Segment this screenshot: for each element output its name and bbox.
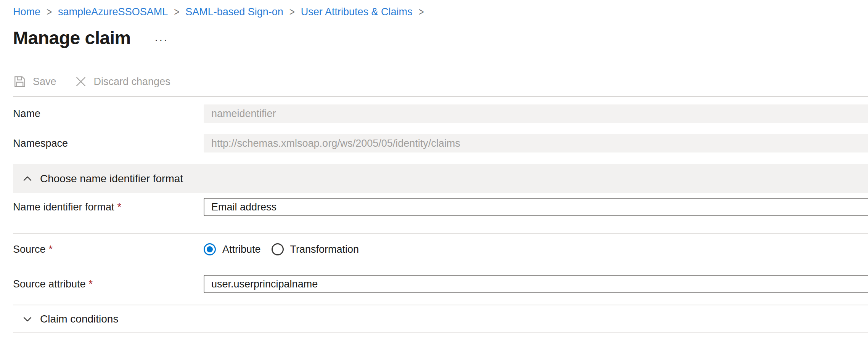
command-bar: Save Discard changes [13, 73, 868, 90]
radio-circle-icon [272, 243, 284, 255]
source-attribute-combobox[interactable]: user.userprincipalname [204, 275, 868, 293]
namespace-row: Namespace http://schemas.xmlsoap.org/ws/… [13, 134, 868, 152]
section-title: Claim conditions [40, 313, 118, 325]
required-asterisk: * [49, 244, 53, 255]
name-identifier-format-label: Name identifier format* [13, 201, 204, 213]
label-text: Source attribute [13, 278, 86, 290]
breadcrumb-separator-icon: > [47, 4, 52, 20]
required-asterisk: * [117, 201, 122, 213]
radio-attribute[interactable]: Attribute [204, 243, 261, 255]
chevron-up-icon [21, 173, 34, 185]
name-input: nameidentifier [204, 104, 868, 123]
source-radio-group: Attribute Transformation [204, 243, 359, 255]
more-options-button[interactable]: ··· [154, 32, 168, 43]
discard-changes-label: Discard changes [94, 76, 170, 88]
breadcrumb-user-attributes-claims[interactable]: User Attributes & Claims [301, 5, 413, 18]
breadcrumb-separator-icon: > [289, 4, 295, 20]
namespace-label: Namespace [13, 138, 204, 149]
section-claim-conditions[interactable]: Claim conditions [13, 305, 868, 332]
radio-attribute-label: Attribute [222, 244, 261, 255]
radio-transformation[interactable]: Transformation [272, 243, 359, 255]
radio-circle-icon [204, 243, 216, 255]
toolbar-divider [13, 96, 868, 97]
breadcrumb-home[interactable]: Home [13, 5, 40, 18]
save-button[interactable]: Save [13, 75, 56, 88]
breadcrumb-app[interactable]: sampleAzureSSOSAML [58, 5, 168, 18]
page-title: Manage claim [13, 27, 131, 48]
name-identifier-format-row: Name identifier format* Email address [13, 198, 868, 216]
source-row: Source* Attribute Transformation [13, 242, 868, 256]
name-label: Name [13, 108, 204, 120]
discard-x-icon [74, 75, 88, 88]
divider [13, 332, 868, 333]
radio-transformation-label: Transformation [290, 244, 359, 255]
breadcrumb-saml-signon[interactable]: SAML-based Sign-on [185, 5, 283, 18]
discard-changes-button[interactable]: Discard changes [74, 75, 170, 88]
source-attribute-row: Source attribute* user.userprincipalname [13, 275, 868, 293]
name-identifier-format-dropdown[interactable]: Email address [204, 198, 868, 216]
divider [13, 233, 868, 234]
name-row: Name nameidentifier [13, 104, 868, 123]
breadcrumb-separator-icon: > [418, 4, 424, 20]
source-label: Source* [13, 244, 204, 255]
section-title: Choose name identifier format [40, 173, 183, 185]
manage-claim-page: Home > sampleAzureSSOSAML > SAML-based S… [0, 0, 868, 337]
section-choose-name-identifier-format[interactable]: Choose name identifier format [13, 164, 868, 193]
breadcrumb-separator-icon: > [174, 4, 179, 20]
title-row: Manage claim ··· [13, 27, 868, 48]
namespace-input: http://schemas.xmlsoap.org/ws/2005/05/id… [204, 134, 868, 152]
required-asterisk: * [89, 278, 93, 290]
label-text: Source [13, 244, 46, 255]
breadcrumb: Home > sampleAzureSSOSAML > SAML-based S… [13, 0, 868, 18]
chevron-down-icon [21, 313, 34, 325]
label-text: Name identifier format [13, 201, 114, 213]
source-attribute-label: Source attribute* [13, 278, 204, 290]
save-button-label: Save [33, 76, 56, 88]
save-icon [13, 75, 27, 88]
